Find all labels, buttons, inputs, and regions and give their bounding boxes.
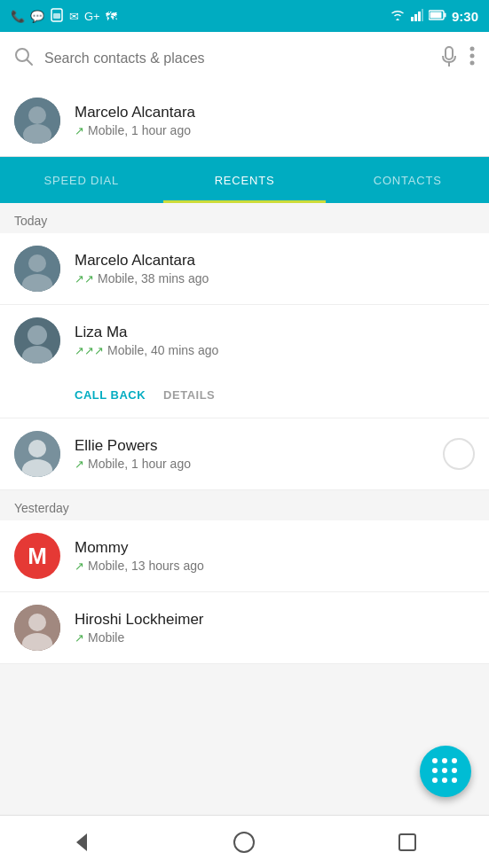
search-bar <box>0 32 489 85</box>
list-item[interactable]: Liza Ma ↗↗↗ Mobile, 40 mins ago CALL BAC… <box>0 305 489 418</box>
search-input[interactable] <box>44 51 430 66</box>
tab-speed-dial[interactable]: SPEED DIAL <box>0 157 163 203</box>
svg-point-13 <box>470 46 475 51</box>
call-arrow-icon <box>75 124 84 137</box>
contact-meta: Mobile <box>75 630 475 645</box>
svg-rect-11 <box>446 47 453 59</box>
svg-rect-1 <box>53 13 60 19</box>
hangouts-icon: 💬 <box>30 10 44 23</box>
recent-call-time: Mobile, 1 hour ago <box>88 123 191 137</box>
contact-meta: Mobile, 1 hour ago <box>75 457 429 471</box>
call-arrows-icon: ↗↗ <box>75 272 94 285</box>
list-item[interactable]: Hiroshi Lockheimer Mobile <box>0 592 489 664</box>
nav-bar <box>0 815 489 868</box>
avatar <box>14 317 60 364</box>
section-yesterday: Yesterday <box>0 490 489 520</box>
contact-time: Mobile, 40 mins ago <box>107 343 218 357</box>
phone-icon: 📞 <box>11 10 25 23</box>
avatar <box>14 605 60 651</box>
status-bar: 📞 💬 ✉ G+ 🗺 <box>0 0 489 32</box>
contact-name: Hiroshi Lockheimer <box>75 611 475 629</box>
gmail-icon: ✉ <box>69 10 79 23</box>
recent-call-banner[interactable]: Marcelo Alcantara Mobile, 1 hour ago <box>0 85 489 157</box>
status-bar-right: 9:30 <box>390 9 478 24</box>
list-item[interactable]: Marcelo Alcantara ↗↗ Mobile, 38 mins ago <box>0 233 489 305</box>
contact-time: Mobile, 1 hour ago <box>88 457 191 471</box>
search-right-icons <box>441 46 475 72</box>
contact-time: Mobile <box>88 630 124 645</box>
search-icon <box>14 47 34 71</box>
maps-icon: 🗺 <box>106 10 117 23</box>
dialpad-fab[interactable] <box>420 746 471 797</box>
contact-info: Mommy Mobile, 13 hours ago <box>75 539 475 573</box>
call-arrows-icon: ↗↗↗ <box>75 344 104 357</box>
svg-rect-7 <box>444 13 446 18</box>
svg-rect-33 <box>399 834 415 850</box>
avatar: M <box>14 533 60 579</box>
more-options-icon[interactable] <box>469 46 475 72</box>
contact-time: Mobile, 38 mins ago <box>98 271 209 285</box>
svg-line-10 <box>28 59 33 65</box>
recent-call-info: Marcelo Alcantara Mobile, 1 hour ago <box>75 104 475 137</box>
dialpad-icon <box>432 758 459 785</box>
signal-icon <box>411 9 423 24</box>
sim-icon <box>50 8 64 25</box>
call-back-button[interactable]: CALL BACK <box>75 385 146 405</box>
status-time: 9:30 <box>452 9 478 24</box>
avatar <box>14 431 60 477</box>
avatar <box>14 98 60 144</box>
svg-rect-2 <box>411 17 414 21</box>
svg-rect-8 <box>430 12 441 19</box>
contact-name: Liza Ma <box>75 324 475 341</box>
home-button[interactable] <box>217 816 271 869</box>
svg-marker-31 <box>76 833 87 851</box>
list-item[interactable]: Ellie Powers Mobile, 1 hour ago <box>0 418 489 490</box>
details-button[interactable]: DETAILS <box>163 385 215 405</box>
svg-point-15 <box>470 60 475 65</box>
contact-meta: ↗↗ Mobile, 38 mins ago <box>75 271 475 285</box>
tab-contacts[interactable]: CONTACTS <box>326 157 489 203</box>
avatar-image <box>14 98 60 144</box>
microphone-icon[interactable] <box>441 46 457 72</box>
svg-point-17 <box>28 106 46 124</box>
contact-name: Ellie Powers <box>75 437 429 455</box>
avatar-initial: M <box>14 533 60 579</box>
recent-call-meta: Mobile, 1 hour ago <box>75 123 475 137</box>
svg-rect-3 <box>414 14 417 21</box>
svg-point-20 <box>28 254 46 272</box>
contact-info: Liza Ma ↗↗↗ Mobile, 40 mins ago <box>75 324 475 357</box>
contact-time: Mobile, 13 hours ago <box>88 559 204 573</box>
svg-point-23 <box>28 325 47 345</box>
content-area: Today Marcelo Alcantara ↗↗ Mobile, 38 mi… <box>0 203 489 868</box>
expanded-actions: CALL BACK DETAILS <box>14 378 475 405</box>
svg-rect-5 <box>422 9 423 21</box>
recents-button[interactable] <box>381 816 434 869</box>
status-bar-left: 📞 💬 ✉ G+ 🗺 <box>11 8 117 25</box>
svg-point-14 <box>470 53 475 58</box>
svg-rect-4 <box>418 12 421 21</box>
contact-name: Mommy <box>75 539 475 557</box>
recent-call-name: Marcelo Alcantara <box>75 104 475 121</box>
tabs: SPEED DIAL RECENTS CONTACTS <box>0 157 489 203</box>
contact-info: Marcelo Alcantara ↗↗ Mobile, 38 mins ago <box>75 252 475 285</box>
wifi-icon <box>390 9 406 24</box>
battery-icon <box>429 9 446 23</box>
avatar <box>14 246 60 292</box>
contact-info: Ellie Powers Mobile, 1 hour ago <box>75 437 429 471</box>
call-arrow-icon <box>75 559 84 573</box>
contact-info: Hiroshi Lockheimer Mobile <box>75 611 475 645</box>
call-arrow-icon <box>75 631 84 645</box>
list-item[interactable]: M Mommy Mobile, 13 hours ago <box>0 520 489 592</box>
contact-meta: Mobile, 13 hours ago <box>75 559 475 573</box>
svg-point-32 <box>234 833 254 852</box>
back-button[interactable] <box>55 816 108 869</box>
contact-meta: ↗↗↗ Mobile, 40 mins ago <box>75 343 475 357</box>
tab-recents[interactable]: RECENTS <box>163 157 327 203</box>
call-arrow-icon <box>75 457 84 471</box>
contact-indicator <box>443 438 475 470</box>
section-today: Today <box>0 203 489 233</box>
google-icon: G+ <box>84 10 100 23</box>
svg-point-26 <box>28 440 46 457</box>
contact-name: Marcelo Alcantara <box>75 252 475 270</box>
svg-point-29 <box>28 614 46 631</box>
